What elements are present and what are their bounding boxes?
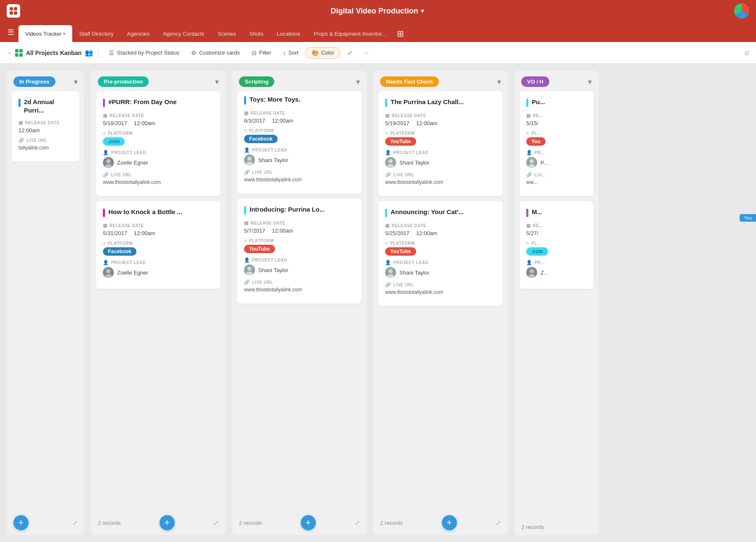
more-button[interactable]: ··· (359, 47, 374, 58)
platform-badge: Facebook (103, 247, 136, 256)
card-introducing-purrina[interactable]: Introducing: Purrina Lo... ▦ RELEASE DAT… (237, 199, 362, 304)
card-knock-bottle[interactable]: How to Knock a Bottle ... ▦ RELEASE DATE… (96, 201, 220, 289)
platform-badge: .com (103, 137, 125, 146)
status-badge-in-progress[interactable]: In Progress (13, 76, 55, 87)
status-badge-needs-fact-check[interactable]: Needs Fact Check (380, 76, 439, 87)
person-name: Z... (541, 270, 549, 276)
column-header-vo: VO / H ▾ (514, 71, 598, 91)
nav-tab-props[interactable]: Props & Equipment Inventor... (307, 25, 393, 42)
title-dropdown-arrow[interactable]: ▾ (421, 8, 424, 14)
nav-tab-videos-tracker[interactable]: Videos Tracker ▾ (18, 25, 72, 42)
svg-point-20 (388, 269, 393, 273)
card-field-project-lead: 👤 PROJECT LEAD Shani Taylor (244, 147, 355, 165)
platform-badge: YouTube (244, 245, 275, 253)
calendar-icon: ▦ (18, 120, 23, 126)
card-title: Toys: More Toys. (249, 95, 300, 104)
column-header-pre-production: Pre-production ▾ (91, 71, 226, 91)
platform-badge: Facebook (244, 135, 278, 143)
card-field-release-date: ▦ RE... 5/27/ (526, 223, 587, 236)
share-button[interactable]: ⤢ (342, 47, 357, 59)
filter-button[interactable]: ⊟ Filter (247, 47, 276, 59)
column-dropdown-pre-production[interactable]: ▾ (215, 77, 219, 86)
card-title: The Purrina Lazy Chall... (391, 98, 464, 106)
release-date-value: 5/15/ (526, 120, 587, 126)
toolbar-chevron[interactable]: ‹ (7, 48, 12, 58)
card-vo-2[interactable]: M... ▦ RE... 5/27/ ≡ PL... (520, 201, 593, 289)
card-field-platform: ≡ PLATFORM .com (103, 131, 214, 146)
release-date-value: 5/25/2017 12:00am (385, 230, 496, 236)
card-color-bar (526, 209, 528, 217)
add-card-button-scripting[interactable]: + (301, 515, 316, 530)
nav-tab-agency-contacts[interactable]: Agency Contacts (156, 25, 211, 42)
card-field-release-date: ▦ RELEASE DATE 6/3/2017 12:00am (244, 110, 355, 124)
nav-tab-agencies[interactable]: Agencies (121, 25, 156, 42)
expand-button-in-progress[interactable]: ⤢ (72, 519, 78, 527)
column-footer-vo: 2 records (514, 519, 598, 535)
share-icon: ⤢ (347, 50, 352, 56)
status-badge-vo[interactable]: VO / H (521, 76, 549, 87)
svg-rect-3 (14, 11, 17, 15)
card-field-release-date: ▦ RELEASE DATE 5/18/2017 12:00am (103, 113, 214, 126)
card-field-live-url: 🔗 LIVE URL www.thisistotallyalink.com (103, 172, 214, 185)
hamburger-menu[interactable]: ☰ (3, 23, 18, 42)
add-card-button-needs-fact-check[interactable]: + (442, 515, 457, 530)
column-dropdown-scripting[interactable]: ▾ (356, 77, 360, 86)
add-tab-button[interactable]: ⊞ (393, 25, 408, 42)
card-field-project-lead: 👤 PROJECT LEAD Zoelle Egner (103, 260, 214, 278)
calendar-icon: ▦ (526, 223, 531, 228)
customize-cards-button[interactable]: ⚙ Customize cards (186, 47, 245, 59)
card-title: Announcing: Your Cat'... (391, 208, 464, 216)
records-count: 2 records (521, 524, 544, 530)
card-purrina-lazy-challenge[interactable]: The Purrina Lazy Chall... ▦ RELEASE DATE… (378, 91, 503, 196)
column-vo: VO / H ▾ Pu... ▦ RE... 5/15/ (514, 71, 598, 535)
app-logo[interactable] (7, 4, 20, 18)
add-card-button-pre-production[interactable]: + (160, 515, 175, 530)
column-footer-scripting: 2 records + ⤢ (232, 510, 367, 535)
add-card-button-in-progress[interactable]: + (13, 515, 29, 530)
user-avatar[interactable] (734, 3, 749, 18)
person-icon: 👤 (385, 260, 391, 265)
cards-needs-fact-check: The Purrina Lazy Chall... ▦ RELEASE DATE… (373, 91, 508, 510)
svg-point-11 (247, 157, 252, 161)
people-icon[interactable]: 👥 (85, 49, 93, 57)
live-url-value: www.thisistotallyalink.com (385, 289, 496, 295)
card-field-live-url: 🔗 LIV... ww... (526, 172, 587, 185)
card-purr-from-day-one[interactable]: #PURR: From Day One ▦ RELEASE DATE 5/18/… (96, 91, 220, 196)
column-dropdown-vo[interactable]: ▾ (588, 77, 592, 86)
status-badge-pre-production[interactable]: Pre-production (98, 76, 149, 87)
column-dropdown-in-progress[interactable]: ▾ (74, 77, 78, 86)
status-badge-scripting[interactable]: Scripting (239, 76, 274, 87)
nav-tab-staff-directory[interactable]: Staff Directory (72, 25, 120, 42)
tab-dropdown-arrow: ▾ (63, 31, 66, 37)
nav-tab-scenes[interactable]: Scenes (211, 25, 242, 42)
color-icon: 🎨 (312, 50, 319, 56)
sort-button[interactable]: ↕ Sort (278, 47, 304, 59)
stacked-button[interactable]: ☰ Stacked by Project Status (104, 47, 184, 59)
column-dropdown-needs-fact-check[interactable]: ▾ (497, 77, 501, 86)
nav-tab-locations[interactable]: Locations (270, 25, 307, 42)
live-url-value: ww... (526, 179, 587, 185)
expand-button-scripting[interactable]: ⤢ (354, 519, 360, 527)
release-date-value: 12:00am (18, 127, 73, 134)
person-icon: 👤 (244, 257, 250, 263)
platform-icon: ≡ (244, 128, 247, 133)
expand-button-pre-production[interactable]: ⤢ (213, 519, 219, 527)
card-announcing-your-cat[interactable]: Announcing: Your Cat'... ▦ RELEASE DATE … (378, 201, 503, 306)
svg-rect-1 (14, 7, 17, 10)
card-vo-1[interactable]: Pu... ▦ RE... 5/15/ ≡ PL... (520, 91, 593, 196)
card-toys-more-toys[interactable]: Toys: More Toys. ▦ RELEASE DATE 6/3/2017… (237, 91, 362, 194)
expand-button-needs-fact-check[interactable]: ⤢ (496, 519, 501, 527)
view-icon (15, 49, 23, 57)
card-annual-purri[interactable]: 2d Annual Purri... ▦ RELEASE DATE 12:00a… (12, 91, 79, 162)
platform-icon: ≡ (244, 238, 247, 243)
card-field-release-date: ▦ RE... 5/15/ (526, 113, 587, 126)
card-field-project-lead: 👤 PR... P... (526, 150, 587, 168)
search-button[interactable]: ⌕ (745, 48, 749, 57)
card-field-platform: ≡ PL... .com (526, 241, 587, 256)
view-name[interactable]: All Projects Kanban (26, 50, 81, 56)
column-footer-pre-production: 2 records + ⤢ (91, 510, 226, 535)
top-header: Digital Video Production ▾ (0, 0, 756, 22)
color-button[interactable]: 🎨 Color (305, 47, 341, 59)
nav-tab-shots[interactable]: Shots (243, 25, 270, 42)
column-needs-fact-check: Needs Fact Check ▾ The Purrina Lazy Chal… (373, 71, 508, 535)
